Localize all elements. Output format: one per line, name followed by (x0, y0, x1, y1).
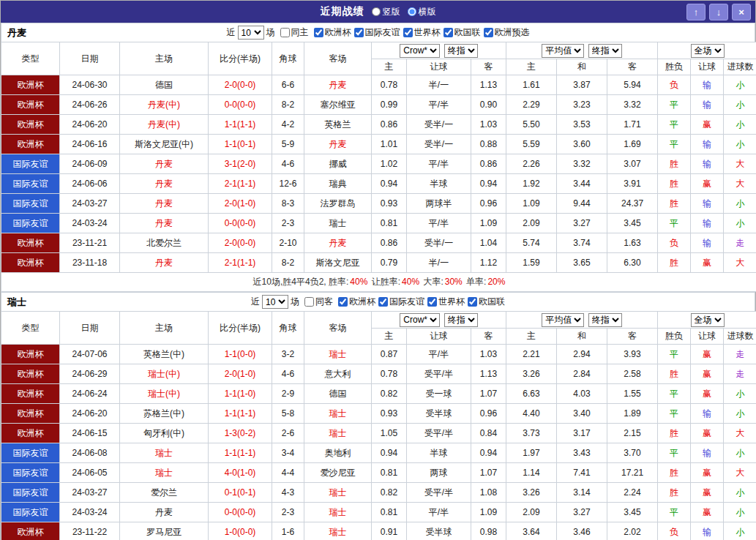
match-type-cell: 欧洲杯 (1, 522, 60, 540)
final-odds-select-2[interactable]: 终指 (588, 313, 622, 327)
final-odds-select[interactable]: 终指 (444, 44, 478, 58)
odds-cell: 3.27 (557, 503, 607, 522)
odds-cell: 4.40 (506, 404, 557, 424)
result-cell: 输 (691, 194, 724, 214)
same-venue-filter[interactable]: 同客 (304, 296, 333, 308)
odds-cell: 3.17 (557, 424, 607, 443)
odds-cell: 3.40 (557, 404, 607, 424)
corner-cell: 5-9 (272, 135, 304, 154)
team-name: 瑞士 (7, 296, 26, 309)
fulltime-select[interactable]: 全场 (691, 313, 725, 327)
result-cell: 胜 (658, 424, 691, 443)
result-cell: 小 (724, 135, 756, 154)
odds-cell: 0.86 (372, 233, 407, 253)
match-type-cell: 国际友谊 (1, 503, 60, 522)
home-team-cell: 丹麦 (120, 174, 209, 194)
odds-cell: 1.92 (506, 174, 557, 194)
result-cell: 胜 (658, 194, 691, 214)
summary-text: 单率: (464, 277, 487, 287)
league-filter[interactable]: 欧国联 (444, 26, 481, 39)
same-venue-checkbox[interactable] (304, 297, 314, 307)
league-checkbox[interactable] (378, 297, 388, 307)
match-row: 欧洲杯24-06-15匈牙利(中)1-3(0-2)2-6瑞士1.05受平/半0.… (1, 424, 756, 443)
league-label: 欧洲杯 (349, 296, 375, 308)
result-cell: 胜 (658, 174, 691, 194)
league-filter[interactable]: 国际友谊 (378, 296, 424, 308)
odds-cell: 0.99 (372, 95, 407, 115)
league-checkbox[interactable] (403, 28, 413, 37)
col-header-home: 主场 (120, 42, 209, 75)
score-cell: 1-1(1-1) (209, 115, 272, 135)
summary-text: 近10场,胜4平4负2, 胜率: (253, 277, 349, 287)
final-odds-select-2[interactable]: 终指 (588, 44, 622, 58)
average-select[interactable]: 平均值 (542, 313, 584, 327)
final-odds-select[interactable]: 终指 (444, 313, 478, 327)
match-count-select[interactable]: 10 (238, 26, 264, 40)
match-row: 欧洲杯23-11-22罗马尼亚1-0(0-0)1-6瑞士0.91受半球0.983… (1, 522, 756, 540)
league-checkbox[interactable] (427, 297, 437, 307)
league-filter[interactable]: 国际友谊 (354, 26, 400, 39)
corner-cell: 5-8 (272, 404, 304, 424)
sub-header-handicap: 让球 (407, 329, 471, 345)
league-filters: 欧洲杯国际友谊世界杯欧国联 (335, 296, 505, 309)
match-count-select[interactable]: 10 (262, 295, 288, 309)
same-venue-label: 同客 (315, 296, 333, 308)
away-team-cell: 瑞士 (304, 483, 372, 503)
league-filter[interactable]: 欧洲预选 (484, 26, 530, 39)
home-team-cell: 瑞士 (120, 463, 209, 483)
filter-controls: 近 10 场 同客 欧洲杯国际友谊世界杯欧国联 (251, 295, 505, 309)
league-checkbox[interactable] (484, 28, 493, 37)
fulltime-select[interactable]: 全场 (691, 44, 725, 58)
games-label: 场 (291, 296, 299, 308)
league-filter[interactable]: 欧国联 (468, 296, 505, 308)
home-team-cell: 丹麦(中) (120, 115, 209, 135)
same-venue-checkbox[interactable] (280, 28, 290, 37)
result-cell: 输 (691, 233, 724, 253)
layout-option-horizontal[interactable]: 横版 (408, 6, 436, 18)
scroll-up-button[interactable]: ↑ (686, 4, 706, 20)
date-cell: 24-06-08 (60, 443, 120, 463)
league-checkbox[interactable] (354, 28, 364, 37)
layout-option-vertical[interactable]: 竖版 (372, 6, 400, 18)
match-row: 欧洲杯24-06-26丹麦(中)0-0(0-0)8-2塞尔维亚0.99平/半0.… (1, 95, 756, 115)
date-cell: 24-03-24 (60, 503, 120, 522)
scroll-down-button[interactable]: ↓ (709, 4, 728, 20)
bookmaker-select[interactable]: Crow* (400, 44, 440, 58)
col-header-score: 比分(半场) (209, 42, 272, 75)
result-cell: 赢 (691, 364, 724, 384)
odds-cell: 2.15 (607, 424, 658, 443)
odds-cell: 1.71 (607, 115, 658, 135)
same-venue-filter[interactable]: 同主 (280, 26, 309, 39)
close-button[interactable]: × (732, 4, 751, 20)
away-team-cell: 瑞士 (304, 345, 372, 364)
vertical-radio[interactable] (372, 7, 381, 16)
league-filter[interactable]: 欧洲杯 (314, 26, 351, 39)
league-filter[interactable]: 欧洲杯 (338, 296, 375, 308)
league-filter[interactable]: 世界杯 (403, 26, 441, 39)
match-row: 欧洲杯24-06-24瑞士(中)1-1(1-0)2-9德国0.82受一球1.07… (1, 384, 756, 404)
odds-cell: 0.88 (471, 135, 506, 154)
result-cell: 负 (658, 522, 691, 540)
league-filters: 欧洲杯国际友谊世界杯欧国联欧洲预选 (311, 26, 530, 40)
league-checkbox[interactable] (314, 28, 323, 37)
odds-cell: 3.53 (557, 115, 607, 135)
league-filter[interactable]: 世界杯 (427, 296, 465, 308)
odds-cell: 0.98 (471, 522, 506, 540)
horizontal-radio-label: 横版 (419, 6, 436, 18)
match-row: 欧洲杯24-06-29瑞士(中)2-0(1-0)4-6意大利0.78受平/半1.… (1, 364, 756, 384)
league-checkbox[interactable] (468, 297, 477, 307)
odds-cell: 5.74 (506, 233, 557, 253)
match-row: 国际友谊24-06-08瑞士1-1(1-1)3-4奥地利0.94半球0.941.… (1, 443, 756, 463)
result-cell: 输 (691, 95, 724, 115)
col-header-type: 类型 (1, 42, 60, 75)
average-select[interactable]: 平均值 (542, 44, 584, 58)
same-venue-label: 同主 (291, 26, 309, 39)
league-checkbox[interactable] (338, 297, 348, 307)
horizontal-radio[interactable] (408, 7, 416, 16)
col-header-type: 类型 (1, 312, 60, 345)
bookmaker-select[interactable]: Crow* (400, 313, 440, 327)
league-checkbox[interactable] (444, 28, 453, 37)
result-cell: 胜 (658, 154, 691, 174)
odds-cell: 1.04 (471, 233, 506, 253)
home-team-cell: 北爱尔兰 (120, 233, 209, 253)
